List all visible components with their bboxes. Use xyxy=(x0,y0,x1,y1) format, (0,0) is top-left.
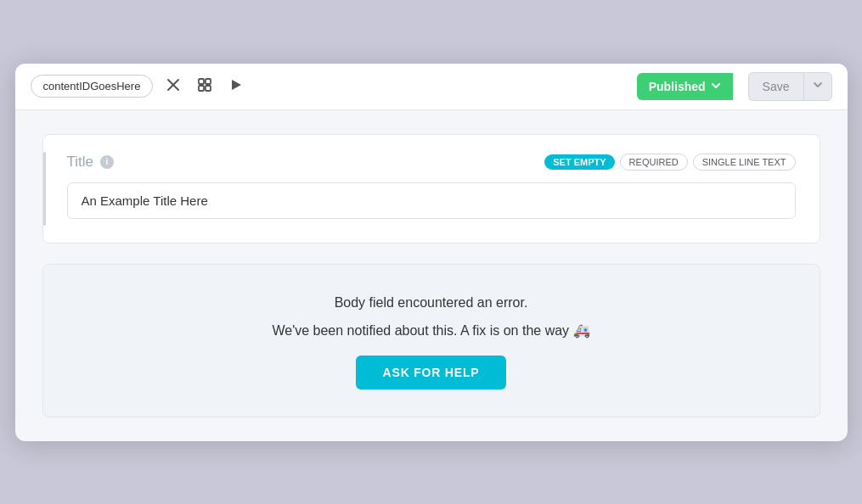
svg-rect-5 xyxy=(206,86,211,91)
expand-button[interactable] xyxy=(194,74,216,98)
field-label: Title xyxy=(67,154,94,171)
content-id-badge: contentIDGoesHere xyxy=(31,75,154,98)
svg-rect-3 xyxy=(206,79,211,84)
main-content: Title i SET EMPTY REQUIRED SINGLE LINE T… xyxy=(15,110,848,441)
save-button-group: Save xyxy=(748,72,832,101)
error-block: Body field encountered an error. We've b… xyxy=(42,264,820,417)
close-button[interactable] xyxy=(163,75,183,98)
svg-marker-6 xyxy=(232,80,241,90)
svg-rect-4 xyxy=(199,86,204,91)
svg-rect-2 xyxy=(199,79,204,84)
info-icon[interactable]: i xyxy=(100,155,114,169)
close-icon xyxy=(166,78,180,94)
published-button-group: Published xyxy=(637,73,733,100)
title-input[interactable] xyxy=(67,182,796,219)
save-button[interactable]: Save xyxy=(748,72,803,101)
field-header: Title i SET EMPTY REQUIRED SINGLE LINE T… xyxy=(67,154,796,171)
field-label-group: Title i xyxy=(67,154,115,171)
title-field-block: Title i SET EMPTY REQUIRED SINGLE LINE T… xyxy=(42,134,820,244)
error-line2: We've been notified about this. A fix is… xyxy=(272,322,589,339)
play-icon xyxy=(229,78,243,94)
app-window: contentIDGoesHere xyxy=(15,64,848,441)
published-button[interactable]: Published xyxy=(637,73,733,100)
badge-type: SINGLE LINE TEXT xyxy=(693,154,796,171)
save-chevron-icon xyxy=(813,80,823,92)
toolbar: contentIDGoesHere xyxy=(15,64,848,110)
play-button[interactable] xyxy=(226,75,246,98)
expand-icon xyxy=(197,77,212,95)
error-line1: Body field encountered an error. xyxy=(335,295,528,311)
published-dropdown-chevron-icon xyxy=(711,80,721,93)
save-dropdown-button[interactable] xyxy=(803,72,832,101)
badge-set-empty[interactable]: SET EMPTY xyxy=(544,154,614,170)
badge-required: REQUIRED xyxy=(620,154,688,171)
ask-for-help-button[interactable]: ASK FOR HELP xyxy=(356,356,507,389)
field-left-border xyxy=(43,152,46,226)
published-label: Published xyxy=(649,80,706,93)
field-badges: SET EMPTY REQUIRED SINGLE LINE TEXT xyxy=(544,154,795,171)
